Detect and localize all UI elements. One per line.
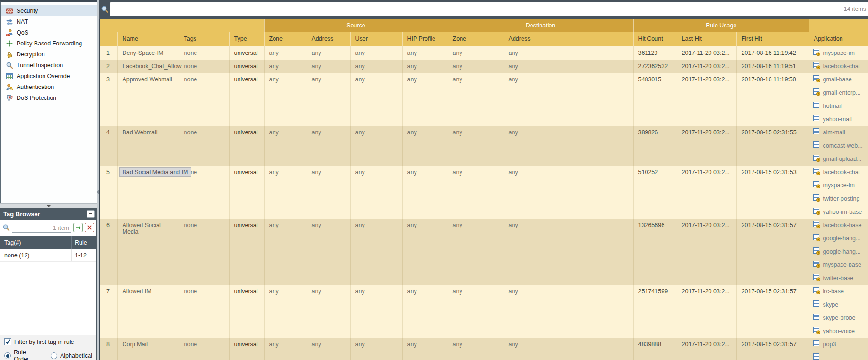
hip-profile-cell[interactable]: any xyxy=(402,338,448,360)
tags-cell[interactable]: none xyxy=(179,219,229,285)
source-address-cell[interactable]: any xyxy=(307,46,350,60)
tags-cell[interactable]: none xyxy=(179,285,229,338)
rule-name-cell[interactable]: Allowed Social Media xyxy=(117,219,179,285)
hip-profile-cell[interactable]: any xyxy=(402,60,448,73)
type-cell[interactable]: universal xyxy=(229,285,264,338)
sidebar-item-qos[interactable]: QoSQoS xyxy=(1,27,97,38)
application-item[interactable]: gmail-base xyxy=(809,73,868,86)
tag-column-header[interactable]: Tag(#) xyxy=(0,236,71,249)
dest-zone-cell[interactable]: any xyxy=(448,126,504,166)
rule-name-highlight[interactable]: Bad Social Media and IM xyxy=(119,167,192,177)
sidebar-item-policy-based-forwarding[interactable]: Policy Based Forwarding xyxy=(1,38,97,49)
application-item[interactable]: google-hang... xyxy=(809,245,868,258)
rule-number-cell[interactable]: 7 xyxy=(100,285,117,338)
minimize-button[interactable] xyxy=(87,210,95,218)
column-header-tags[interactable]: Tags xyxy=(179,32,229,46)
tags-cell[interactable]: none xyxy=(179,73,229,126)
sidebar-item-authentication[interactable]: Authentication xyxy=(1,81,97,92)
source-user-cell[interactable]: any xyxy=(350,73,402,126)
hip-profile-cell[interactable]: any xyxy=(402,126,448,166)
application-item[interactable]: skype-probe xyxy=(809,311,868,325)
sort-option-alphabetical[interactable]: Alphabetical xyxy=(51,349,92,360)
dest-address-cell[interactable]: any xyxy=(504,60,633,73)
rule-name-cell[interactable]: Bad Social Media and IM xyxy=(117,166,179,219)
column-header-type[interactable]: Type xyxy=(229,32,264,46)
dest-zone-cell[interactable]: any xyxy=(448,285,504,338)
hip-profile-cell[interactable]: any xyxy=(402,46,448,60)
type-cell[interactable]: universal xyxy=(229,219,264,285)
application-item[interactable]: skype xyxy=(809,298,868,311)
application-item[interactable]: irc-base xyxy=(809,285,868,298)
source-user-cell[interactable]: any xyxy=(350,60,402,73)
rule-column-header[interactable]: Rule xyxy=(71,236,96,249)
source-address-cell[interactable]: any xyxy=(307,285,350,338)
collapse-left-icon[interactable] xyxy=(97,189,99,195)
column-header-name[interactable]: Name xyxy=(117,32,179,46)
sidebar-item-dos-protection[interactable]: DoS Protection xyxy=(1,92,97,103)
application-item[interactable]: facebook-chat xyxy=(809,166,868,179)
application-item[interactable]: yahoo-im-base xyxy=(809,205,868,219)
collapse-down-icon[interactable] xyxy=(46,205,51,207)
type-cell[interactable]: universal xyxy=(229,166,264,219)
rule-number-cell[interactable]: 8 xyxy=(100,338,117,360)
application-item[interactable]: twitter-base xyxy=(809,272,868,285)
application-item[interactable]: hotmail xyxy=(809,99,868,113)
rule-name-cell[interactable]: Corp Mail xyxy=(117,338,179,360)
dest-address-cell[interactable]: any xyxy=(504,46,633,60)
dest-address-cell[interactable]: any xyxy=(504,285,633,338)
tag-search-field[interactable] xyxy=(12,223,71,232)
sidebar-item-application-override[interactable]: Application Override xyxy=(1,70,97,81)
source-zone-cell[interactable]: any xyxy=(264,126,307,166)
column-header-first-hit[interactable]: First Hit xyxy=(736,32,809,46)
source-address-cell[interactable]: any xyxy=(307,126,350,166)
sidebar-item-decryption[interactable]: Decryption xyxy=(1,49,97,60)
dest-address-cell[interactable]: any xyxy=(504,166,633,219)
rule-name-cell[interactable]: Bad Webmail xyxy=(117,126,179,166)
dest-zone-cell[interactable]: any xyxy=(448,46,504,60)
application-item[interactable]: gmail-enterp... xyxy=(809,86,868,99)
tag-row[interactable]: none (12)1-12 xyxy=(0,249,96,262)
clear-tag-filter-button[interactable] xyxy=(85,223,94,232)
application-item[interactable]: facebook-chat xyxy=(809,60,868,73)
column-header-source-address[interactable]: Address xyxy=(307,32,350,46)
source-address-cell[interactable]: any xyxy=(307,338,350,360)
column-header-hip-profile[interactable]: HIP Profile xyxy=(402,32,448,46)
application-item[interactable]: yahoo-voice xyxy=(809,325,868,338)
source-address-cell[interactable]: any xyxy=(307,219,350,285)
type-cell[interactable]: universal xyxy=(229,73,264,126)
dest-zone-cell[interactable]: any xyxy=(448,219,504,285)
source-zone-cell[interactable]: any xyxy=(264,219,307,285)
hip-profile-cell[interactable]: any xyxy=(402,219,448,285)
source-zone-cell[interactable]: any xyxy=(264,46,307,60)
type-cell[interactable]: universal xyxy=(229,60,264,73)
source-user-cell[interactable]: any xyxy=(350,338,402,360)
rule-number-cell[interactable]: 5 xyxy=(100,166,117,219)
source-user-cell[interactable]: any xyxy=(350,219,402,285)
source-address-cell[interactable]: any xyxy=(307,166,350,219)
application-item[interactable]: comcast-web... xyxy=(809,139,868,152)
apply-tag-filter-button[interactable] xyxy=(73,223,83,232)
application-item[interactable]: gmail-upload... xyxy=(809,152,868,166)
column-header-source-zone[interactable]: Zone xyxy=(264,32,307,46)
application-item[interactable]: pop3 xyxy=(809,338,868,351)
source-zone-cell[interactable]: any xyxy=(264,73,307,126)
source-zone-cell[interactable]: any xyxy=(264,60,307,73)
application-item[interactable]: myspace-im xyxy=(809,179,868,192)
dest-zone-cell[interactable]: any xyxy=(448,60,504,73)
dest-address-cell[interactable]: any xyxy=(504,219,633,285)
group-header-rule-usage[interactable]: Rule Usage xyxy=(633,19,809,32)
dest-zone-cell[interactable]: any xyxy=(448,166,504,219)
source-user-cell[interactable]: any xyxy=(350,126,402,166)
rule-name-cell[interactable]: Allowed IM xyxy=(117,285,179,338)
source-zone-cell[interactable]: any xyxy=(264,166,307,219)
hip-profile-cell[interactable]: any xyxy=(402,285,448,338)
sidebar-item-tunnel-inspection[interactable]: Tunnel Inspection xyxy=(1,60,97,70)
sidebar-item-security[interactable]: Security xyxy=(1,5,97,16)
hip-profile-cell[interactable]: any xyxy=(402,166,448,219)
radio-selected-icon[interactable] xyxy=(4,352,11,359)
rule-number-cell[interactable]: 1 xyxy=(100,46,117,60)
type-cell[interactable]: universal xyxy=(229,338,264,360)
column-header-application[interactable]: Application xyxy=(809,32,868,46)
rule-name-cell[interactable]: Deny-Space-IM xyxy=(117,46,179,60)
dest-zone-cell[interactable]: any xyxy=(448,73,504,126)
